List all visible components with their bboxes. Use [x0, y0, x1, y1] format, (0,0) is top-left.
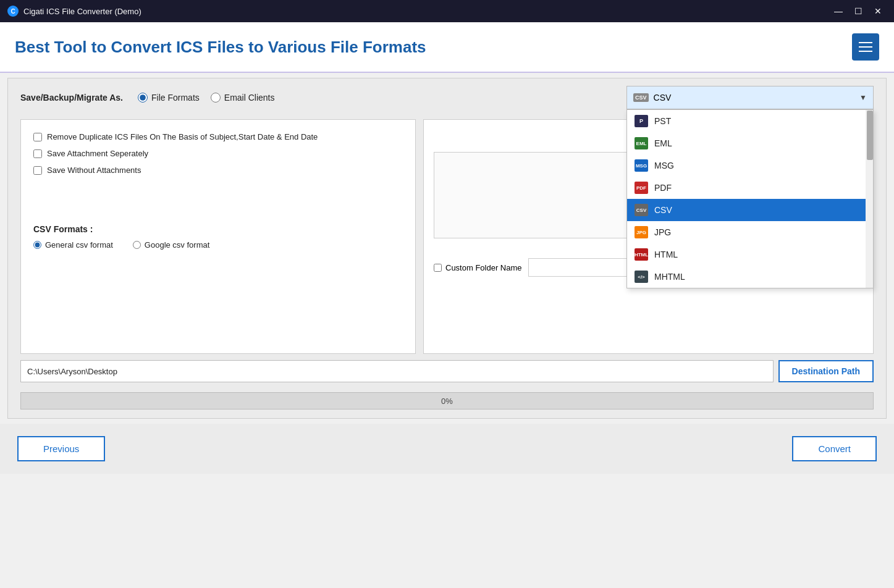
remove-dup-checkbox-row: Remove Duplicate ICS Files On The Basis …: [33, 132, 403, 141]
format-dropdown-menu: P PST EML EML MSG MSG PDF PDF CSV CSV: [626, 109, 874, 288]
selected-format-label: CSV: [654, 93, 672, 103]
jpg-icon: JPG: [635, 226, 648, 238]
destination-path-button[interactable]: Destination Path: [778, 360, 874, 382]
eml-label: EML: [654, 138, 672, 148]
menu-line-2: [859, 46, 872, 48]
dropdown-scroll-thumb: [867, 111, 873, 160]
csv-icon: CSV: [635, 204, 648, 216]
custom-folder-checkbox-wrapper: Custom Folder Name: [434, 263, 522, 272]
dropdown-item-pst[interactable]: P PST: [627, 110, 873, 132]
csv-label: CSV: [654, 205, 672, 215]
maximize-button[interactable]: ☐: [850, 4, 867, 19]
save-attach-checkbox[interactable]: [33, 149, 42, 158]
convert-button[interactable]: Convert: [792, 436, 877, 461]
format-radio-group: File Formats Email Clients: [138, 93, 275, 103]
dropdown-item-mhtml[interactable]: </> MHTML: [627, 266, 873, 288]
title-bar-controls: — ☐ ✕: [830, 4, 887, 19]
email-clients-radio[interactable]: [211, 93, 221, 103]
custom-folder-label: Custom Folder Name: [445, 263, 522, 272]
pdf-icon: PDF: [635, 182, 648, 194]
remove-dup-label: Remove Duplicate ICS Files On The Basis …: [47, 132, 318, 141]
footer-row: Previous Convert: [0, 424, 894, 474]
save-attach-checkbox-row: Save Attachment Seperately: [33, 149, 403, 158]
save-without-checkbox[interactable]: [33, 166, 42, 175]
dropdown-item-pdf[interactable]: PDF PDF: [627, 177, 873, 199]
html-icon: HTML: [635, 248, 648, 261]
general-csv-radio[interactable]: [33, 241, 41, 249]
title-bar: C Cigati ICS File Converter (Demo) — ☐ ✕: [0, 0, 894, 22]
main-container: Save/Backup/Migrate As. File Formats Ema…: [7, 78, 887, 419]
title-bar-left: C Cigati ICS File Converter (Demo): [7, 6, 141, 17]
mhtml-icon: </>: [635, 271, 648, 283]
save-without-checkbox-row: Save Without Attachments: [33, 166, 403, 175]
dropdown-item-eml[interactable]: EML EML: [627, 132, 873, 154]
progress-row: 0%: [8, 388, 886, 416]
general-csv-option[interactable]: General csv format: [33, 240, 113, 250]
html-label: HTML: [654, 250, 678, 259]
pdf-label: PDF: [654, 183, 672, 193]
menu-line-3: [859, 51, 872, 52]
app-icon: C: [7, 6, 19, 17]
header-menu-button[interactable]: [852, 33, 879, 61]
header-title: Best Tool to Convert ICS Files to Variou…: [15, 38, 426, 57]
selected-format-icon: CSV: [633, 93, 649, 102]
progress-bar-container: 0%: [20, 392, 874, 410]
google-csv-radio[interactable]: [133, 241, 141, 249]
pst-label: PST: [654, 116, 671, 126]
msg-label: MSG: [654, 161, 674, 170]
google-csv-label: Google csv format: [145, 240, 210, 250]
general-csv-label: General csv format: [45, 240, 113, 250]
jpg-label: JPG: [654, 227, 671, 237]
save-attach-label: Save Attachment Seperately: [47, 149, 148, 158]
options-bar: Save/Backup/Migrate As. File Formats Ema…: [8, 78, 886, 117]
format-dropdown-selected[interactable]: CSV CSV ▼: [626, 86, 874, 109]
dropdown-arrow-icon: ▼: [859, 93, 867, 102]
save-bar-label: Save/Backup/Migrate As.: [20, 93, 123, 103]
dropdown-item-msg[interactable]: MSG MSG: [627, 154, 873, 177]
progress-label: 0%: [441, 397, 453, 406]
email-clients-label: Email Clients: [224, 93, 275, 103]
dropdown-item-csv[interactable]: CSV CSV: [627, 199, 873, 221]
msg-icon: MSG: [635, 159, 648, 172]
destination-path-input[interactable]: [20, 360, 774, 382]
left-panel: Remove Duplicate ICS Files On The Basis …: [20, 119, 416, 354]
save-without-label: Save Without Attachments: [47, 166, 141, 175]
mhtml-label: MHTML: [654, 272, 685, 282]
file-formats-option[interactable]: File Formats: [138, 93, 200, 103]
title-bar-text: Cigati ICS File Converter (Demo): [23, 7, 141, 16]
email-clients-option[interactable]: Email Clients: [211, 93, 275, 103]
dropdown-scrollbar[interactable]: [866, 110, 873, 288]
csv-formats-label: CSV Formats :: [33, 224, 403, 234]
google-csv-option[interactable]: Google csv format: [133, 240, 210, 250]
remove-dup-checkbox[interactable]: [33, 133, 42, 141]
menu-line-1: [859, 42, 872, 43]
minimize-button[interactable]: —: [830, 4, 847, 19]
header-banner: Best Tool to Convert ICS Files to Variou…: [0, 22, 894, 73]
eml-icon: EML: [635, 137, 648, 149]
pst-icon: P: [635, 115, 648, 127]
file-formats-label: File Formats: [151, 93, 200, 103]
custom-folder-checkbox[interactable]: [434, 264, 442, 272]
format-dropdown-container: CSV CSV ▼ P PST EML EML MSG MSG: [626, 86, 874, 109]
dropdown-item-html[interactable]: HTML HTML: [627, 243, 873, 266]
previous-button[interactable]: Previous: [17, 436, 105, 461]
dropdown-item-jpg[interactable]: JPG JPG: [627, 221, 873, 243]
file-formats-radio[interactable]: [138, 93, 148, 103]
csv-radio-group: General csv format Google csv format: [33, 240, 403, 250]
path-row: Destination Path: [8, 354, 886, 388]
close-button[interactable]: ✕: [869, 4, 887, 19]
